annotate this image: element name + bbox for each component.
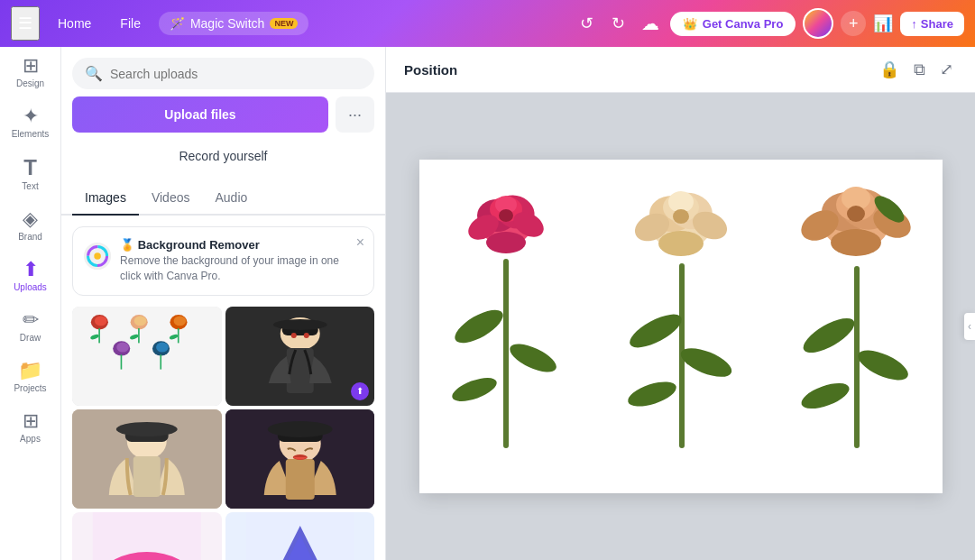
- sidebar-item-label-elements: Elements: [12, 129, 50, 139]
- upload-files-button[interactable]: ➤ Upload files: [72, 96, 328, 133]
- sidebar-item-brand[interactable]: ◈ Brand: [0, 200, 60, 251]
- magic-switch-badge: NEW: [270, 18, 298, 29]
- svg-point-55: [450, 304, 508, 350]
- stats-button[interactable]: 📊: [873, 14, 893, 33]
- apps-icon: ⊞: [23, 411, 39, 431]
- promo-card: 🏅 Background Remover Remove the backgrou…: [72, 226, 374, 296]
- magic-switch-button[interactable]: 🪄 Magic Switch NEW: [159, 12, 308, 35]
- promo-close-button[interactable]: ×: [356, 234, 364, 251]
- share-label: Share: [921, 17, 953, 31]
- list-item[interactable]: [72, 307, 222, 406]
- svg-point-70: [624, 377, 678, 411]
- file-nav-button[interactable]: File: [109, 11, 152, 36]
- tabs: Images Videos Audio: [61, 181, 385, 216]
- uploads-icon: ⬆: [23, 260, 39, 280]
- topbar: ☰ Home File 🪄 Magic Switch NEW ↺ ↻ ☁ 👑 G…: [0, 0, 975, 47]
- share-button[interactable]: ↑ Share: [900, 12, 964, 36]
- list-item[interactable]: [72, 409, 222, 509]
- sidebar-item-text[interactable]: T Text: [0, 148, 60, 200]
- hamburger-button[interactable]: ☰: [11, 6, 40, 41]
- share-icon: ↑: [911, 17, 917, 31]
- canvas-workspace: ‹: [386, 93, 975, 560]
- svg-point-69: [676, 343, 735, 383]
- svg-point-27: [303, 333, 308, 338]
- list-item[interactable]: ⬆: [225, 307, 375, 406]
- sidebar-item-label-design: Design: [16, 78, 44, 88]
- svg-point-11: [129, 333, 139, 339]
- sidebar-item-draw[interactable]: ✏ Draw: [0, 301, 60, 352]
- list-item[interactable]: [225, 409, 375, 509]
- more-options-button[interactable]: ···: [336, 96, 374, 133]
- svg-point-15: [169, 333, 179, 339]
- tab-images[interactable]: Images: [72, 181, 139, 216]
- svg-point-17: [116, 342, 129, 352]
- search-input[interactable]: [110, 67, 362, 81]
- svg-point-76: [847, 206, 865, 222]
- get-pro-label: Get Canva Pro: [703, 17, 784, 31]
- sidebar-item-uploads[interactable]: ⬆ Uploads: [0, 251, 60, 301]
- collapse-panel-button[interactable]: ‹: [964, 313, 975, 340]
- list-item[interactable]: [72, 512, 222, 560]
- expand-button[interactable]: ⤢: [936, 56, 957, 83]
- rose-panel-3: [769, 160, 943, 493]
- sidebar-item-label-uploads: Uploads: [14, 282, 47, 292]
- main-body: ⊞ Design ✦ Elements T Text ◈ Brand ⬆ Upl…: [0, 47, 975, 560]
- get-canva-pro-button[interactable]: 👑 Get Canva Pro: [670, 12, 796, 36]
- svg-point-5: [95, 316, 107, 326]
- svg-point-53: [486, 232, 526, 253]
- avatar[interactable]: [803, 8, 833, 39]
- tab-audio[interactable]: Audio: [202, 181, 260, 216]
- sidebar-item-apps[interactable]: ⊞ Apps: [0, 402, 60, 453]
- svg-rect-35: [285, 459, 314, 500]
- image-grid: ⬆: [61, 307, 385, 560]
- svg-point-13: [174, 316, 187, 326]
- position-label: Position: [404, 62, 457, 78]
- sidebar-item-elements[interactable]: ✦ Elements: [0, 97, 60, 148]
- elements-icon: ✦: [23, 106, 39, 126]
- lock-button[interactable]: 🔒: [876, 56, 903, 83]
- rose-panel-1: [419, 160, 593, 493]
- svg-point-82: [798, 312, 859, 360]
- draw-icon: ✏: [23, 310, 39, 330]
- promo-card-title: 🏅 Background Remover: [120, 238, 363, 252]
- text-icon: T: [23, 157, 37, 179]
- search-icon: 🔍: [85, 65, 103, 82]
- record-yourself-button[interactable]: Record yourself: [72, 140, 374, 172]
- home-nav-button[interactable]: Home: [47, 11, 102, 36]
- svg-point-24: [272, 319, 327, 330]
- promo-card-description: Remove the background of your image in o…: [120, 253, 363, 284]
- list-item[interactable]: [225, 512, 375, 560]
- canvas-document: [419, 160, 943, 493]
- design-icon: ⊞: [23, 56, 39, 76]
- sidebar-item-design[interactable]: ⊞ Design: [0, 47, 60, 97]
- upload-indicator: ⬆: [351, 382, 369, 400]
- svg-point-7: [90, 333, 100, 339]
- svg-point-26: [290, 333, 296, 338]
- svg-point-20: [156, 342, 169, 352]
- upload-row: ➤ Upload files ···: [72, 96, 374, 133]
- svg-rect-31: [133, 456, 161, 497]
- sidebar-item-label-text: Text: [22, 181, 38, 191]
- svg-point-79: [831, 229, 881, 256]
- copy-button[interactable]: ⧉: [910, 56, 929, 83]
- add-collaborator-button[interactable]: +: [841, 11, 866, 36]
- projects-icon: 📁: [18, 361, 42, 381]
- upload-files-label: Upload files: [164, 107, 235, 122]
- svg-point-56: [505, 338, 559, 378]
- tab-videos[interactable]: Videos: [139, 181, 203, 216]
- svg-point-3: [94, 252, 101, 260]
- cloud-save-button[interactable]: ☁: [638, 9, 663, 38]
- sidebar-item-label-apps: Apps: [20, 434, 41, 444]
- icon-sidebar: ⊞ Design ✦ Elements T Text ◈ Brand ⬆ Upl…: [0, 47, 61, 560]
- magic-switch-label: Magic Switch: [190, 16, 264, 31]
- undo-button[interactable]: ↺: [575, 10, 599, 37]
- redo-button[interactable]: ↻: [606, 10, 630, 37]
- sidebar-item-label-brand: Brand: [18, 232, 42, 242]
- sidebar-item-projects[interactable]: 📁 Projects: [0, 352, 60, 402]
- svg-point-66: [658, 231, 704, 256]
- promo-card-text: 🏅 Background Remover Remove the backgrou…: [120, 238, 363, 284]
- left-panel: 🔍 ➤ Upload files ··· Record yourself Ima…: [61, 47, 386, 560]
- canvas-area: Position 🔒 ⧉ ⤢: [386, 47, 975, 560]
- svg-rect-18: [121, 354, 123, 369]
- svg-point-34: [267, 421, 332, 437]
